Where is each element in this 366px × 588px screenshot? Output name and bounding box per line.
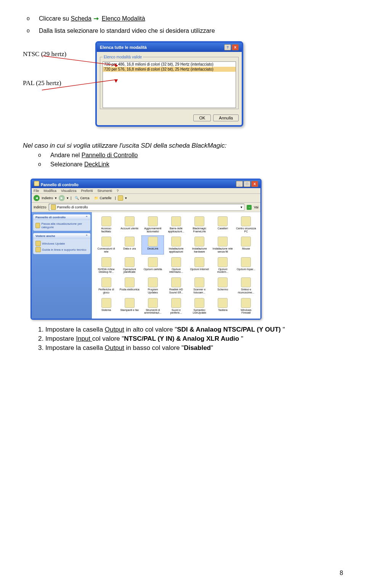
- back-button-icon[interactable]: ◄: [34, 195, 40, 201]
- arrow-icon: [94, 17, 99, 21]
- go-button-label[interactable]: Vai: [254, 205, 258, 209]
- cp-item[interactable]: Opzioni cartella: [141, 256, 164, 275]
- modes-listbox[interactable]: 720 per 486, 16,8 milioni di colori (32 …: [103, 61, 236, 108]
- cp-item-label: Data e ora: [123, 247, 136, 250]
- cp-item-label: Windows Firewall: [236, 309, 256, 314]
- sidebox2-title: Vedere anche: [35, 234, 55, 238]
- list-item[interactable]: 720 per 486, 16,8 milioni di colori (32 …: [103, 62, 236, 67]
- back-button-label[interactable]: Indietro: [42, 196, 53, 200]
- cp-item-label: Program Updates: [143, 288, 163, 294]
- help-button[interactable]: ?: [224, 44, 231, 50]
- go-button-icon[interactable]: →: [247, 205, 252, 210]
- cp-item[interactable]: Scanner e fotocam...: [188, 276, 211, 295]
- cp-item-icon: [148, 237, 158, 246]
- cp-item[interactable]: Program Updates: [141, 276, 164, 295]
- cp-item-label: Posta elettronica: [120, 288, 140, 291]
- menu-file[interactable]: File: [34, 189, 39, 193]
- cp-item[interactable]: Centro sicurezza PC: [235, 215, 257, 234]
- sidebox2-item1[interactable]: Windows Update: [35, 240, 88, 246]
- cp-item-label: Installazione applicazioni: [166, 247, 186, 253]
- cp-item-label: Opzioni cartella: [144, 268, 162, 271]
- cp-item[interactable]: Symantec LiveUpdate: [188, 297, 211, 316]
- cp-item[interactable]: Operazioni pianificate: [118, 256, 141, 275]
- cp-item[interactable]: NVIDIA nView Desktop M...: [95, 256, 117, 275]
- b1-link-b: Elenco Modalità: [102, 15, 145, 22]
- cp-item[interactable]: Opzioni modem...: [212, 256, 234, 275]
- cp-item[interactable]: Strumenti di amministrazi...: [141, 297, 164, 316]
- cp-item[interactable]: Installazione rete senza fili: [212, 235, 234, 254]
- step-3: 3. Impostare la casella Output in basso …: [38, 344, 343, 352]
- cp-item[interactable]: Sintesi e riconoscime...: [235, 276, 257, 295]
- cp-item[interactable]: Accesso facilitato: [95, 215, 117, 234]
- cp-item[interactable]: Schermo: [212, 276, 234, 295]
- menu-view[interactable]: Visualizza: [61, 189, 76, 193]
- cp-item-label: Account utente: [120, 227, 138, 230]
- minimize-button[interactable]: _: [236, 181, 243, 187]
- close-button[interactable]: X: [232, 44, 239, 50]
- bullet-o-4: o: [38, 161, 44, 168]
- cp-item-icon: [101, 257, 111, 267]
- cp-item[interactable]: Periferiche di gioco: [95, 276, 117, 295]
- bullet-1-text: Cliccare su Scheda Elenco Modalità: [39, 15, 145, 22]
- sidebox1-title: Pannello di controllo: [35, 216, 66, 219]
- cancel-button[interactable]: Annulla: [213, 114, 239, 121]
- menu-edit[interactable]: Modifica: [44, 189, 57, 193]
- search-button[interactable]: 🔍 Cerca: [73, 196, 91, 200]
- cp-item-icon: [194, 298, 204, 308]
- cp-item[interactable]: Mouse: [235, 235, 257, 254]
- menu-fav[interactable]: Preferiti: [81, 189, 93, 193]
- cp-item-icon: [218, 216, 228, 226]
- cp-addressbar: Indirizzo Pannello di controllo ▾ → Vai: [32, 203, 260, 212]
- cp-item[interactable]: Blackmagic FrameLink: [188, 215, 211, 234]
- cp-item[interactable]: Connessioni di rete: [95, 235, 117, 254]
- cp-item[interactable]: DeckLink: [141, 235, 164, 254]
- cp-item[interactable]: Opzioni rispar...: [235, 256, 257, 275]
- maximize-button[interactable]: □: [244, 181, 250, 187]
- cp-item[interactable]: Posta elettronica: [118, 276, 141, 295]
- views-icon[interactable]: [118, 195, 123, 201]
- cp-item[interactable]: Installazione applicazioni: [165, 235, 187, 254]
- bullet-o-2: o: [27, 27, 33, 34]
- cp-item-icon: [241, 216, 251, 226]
- cp-item[interactable]: Barra delle applicazioni...: [165, 215, 187, 234]
- ok-button[interactable]: OK: [193, 114, 211, 121]
- collapse-icon[interactable]: ⌃: [85, 216, 88, 219]
- cp-item[interactable]: Realtek HD Sound Eff...: [165, 276, 187, 295]
- cp-item[interactable]: Opzioni Internet: [188, 256, 211, 275]
- cp-item[interactable]: Data e ora: [118, 235, 141, 254]
- cp-item[interactable]: Windows Firewall: [235, 297, 257, 316]
- menu-tools[interactable]: Strumenti: [97, 189, 112, 193]
- collapse-icon[interactable]: ⌃: [85, 234, 88, 238]
- cp-window-title: Pannello di controllo: [34, 181, 79, 187]
- cp-item-label: Installazione rete senza fili: [213, 247, 233, 253]
- b1-pre: Cliccare su: [39, 15, 71, 22]
- sidebox2-item2[interactable]: Guida in linea e supporto tecnico: [35, 246, 88, 253]
- cp-item[interactable]: Tastiera: [212, 297, 234, 316]
- folders-button[interactable]: 📁 Cartelle: [93, 196, 113, 200]
- cp-item[interactable]: Caratteri: [212, 215, 234, 234]
- cp-item[interactable]: Suoni e periferic...: [165, 297, 187, 316]
- pal-label: PAL (25 hertz): [23, 79, 84, 87]
- cp-menubar: File Modifica Visualizza Preferiti Strum…: [32, 188, 260, 194]
- cp-item-label: Opzioni modem...: [213, 268, 233, 274]
- windows-update-icon: [35, 241, 41, 246]
- close-button[interactable]: X: [251, 181, 258, 187]
- cp-item-label: Sistema: [101, 309, 111, 312]
- step-2: 2. Impostare Input col valore "NTSC/PAL …: [38, 335, 343, 343]
- cp-item[interactable]: Opzioni internazio...: [165, 256, 187, 275]
- list-modes-dialog: Elenca tutte le modalità ? X Elenco moda…: [95, 41, 243, 127]
- sidebox1-item[interactable]: Passa alla visualizzazione per categorie: [35, 222, 88, 229]
- cp-item[interactable]: Account utente: [118, 215, 141, 234]
- address-field[interactable]: Pannello di controllo ▾: [49, 204, 244, 211]
- cp-item[interactable]: Sistema: [95, 297, 117, 316]
- list-item[interactable]: 720 per 576, 16,8 milioni di colori (32 …: [103, 67, 236, 72]
- cp-item[interactable]: Stampanti e fax: [118, 297, 141, 316]
- menu-help[interactable]: ?: [117, 189, 119, 193]
- cp-item[interactable]: Installazione hardware: [188, 235, 211, 254]
- cp-item-icon: [101, 216, 111, 226]
- cp-item[interactable]: Aggiornamenti automatici: [141, 215, 164, 234]
- cp-item-icon: [241, 298, 251, 308]
- cp-item-icon: [218, 237, 228, 246]
- modes-fieldset: Elenco modalità valide 720 per 486, 16,8…: [100, 55, 239, 109]
- cp-item-icon: [241, 277, 251, 287]
